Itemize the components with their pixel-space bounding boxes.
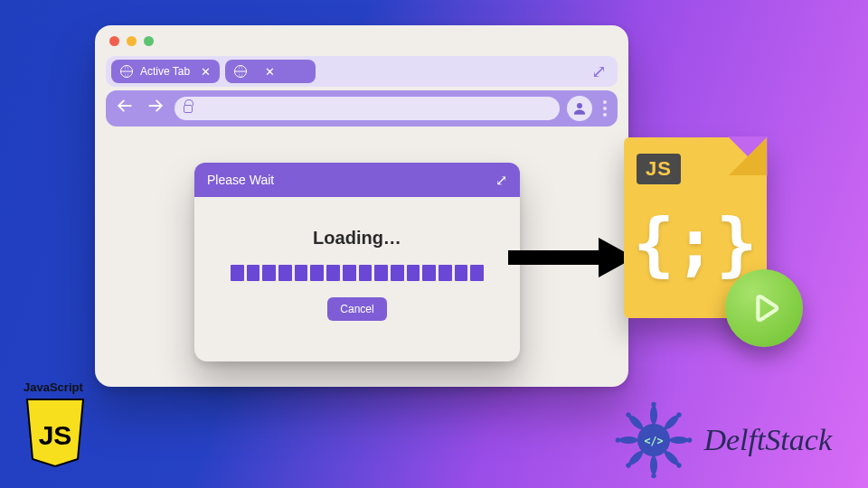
- progress-segment: [359, 265, 373, 281]
- mandala-icon: </>: [613, 399, 694, 481]
- js-shield-text: JS: [39, 420, 72, 450]
- progress-segment: [343, 265, 356, 281]
- address-bar[interactable]: [175, 97, 560, 120]
- progress-bar: [231, 265, 484, 281]
- loading-text: Loading…: [194, 228, 520, 249]
- progress-segment: [374, 265, 388, 281]
- file-type-badge: JS: [637, 154, 681, 184]
- progress-segment: [326, 265, 340, 281]
- dialog-title: Please Wait: [207, 173, 274, 187]
- close-tab-icon[interactable]: ✕: [201, 66, 211, 78]
- expand-icon[interactable]: ⤢: [591, 61, 612, 82]
- globe-icon: [120, 65, 133, 78]
- progress-segment: [407, 265, 420, 281]
- brand-name: DelftStack: [703, 423, 832, 457]
- dialog-header: Please Wait ⤢: [194, 163, 520, 197]
- file-page-fold: [729, 137, 767, 175]
- progress-segment: [295, 265, 308, 281]
- maximize-window-dot[interactable]: [144, 36, 154, 46]
- svg-point-0: [577, 103, 582, 108]
- delftstack-logo: </> DelftStack: [613, 399, 832, 481]
- progress-segment: [278, 265, 292, 281]
- cancel-button[interactable]: Cancel: [327, 297, 386, 321]
- loading-dialog: Please Wait ⤢ Loading… Cancel: [194, 163, 520, 361]
- code-braces-icon: {;}: [624, 210, 767, 278]
- progress-segment: [247, 265, 260, 281]
- profile-avatar-button[interactable]: [567, 96, 592, 121]
- expand-dialog-icon[interactable]: ⤢: [495, 172, 507, 189]
- svg-point-3: [652, 402, 656, 407]
- forward-button[interactable]: [144, 96, 167, 121]
- progress-segment: [455, 265, 468, 281]
- svg-rect-1: [508, 250, 602, 265]
- play-button[interactable]: [725, 269, 803, 347]
- progress-segment: [422, 265, 436, 281]
- back-button[interactable]: [113, 96, 137, 121]
- tab-label: Active Tab: [140, 65, 190, 78]
- progress-segment: [470, 265, 484, 281]
- menu-kebab-icon[interactable]: [603, 100, 607, 117]
- minimize-window-dot[interactable]: [127, 36, 137, 46]
- tab-active[interactable]: Active Tab ✕: [111, 60, 220, 83]
- svg-text:</>: </>: [645, 435, 664, 447]
- progress-segment: [439, 265, 452, 281]
- progress-segment: [310, 265, 324, 281]
- lock-icon: [184, 105, 193, 113]
- progress-segment: [231, 265, 244, 281]
- progress-segment: [391, 265, 404, 281]
- close-window-dot[interactable]: [109, 36, 119, 46]
- close-tab-icon[interactable]: ✕: [265, 66, 275, 78]
- arrow-icon: [508, 238, 635, 277]
- javascript-badge-label: JavaScript: [24, 380, 101, 394]
- javascript-badge: JavaScript JS: [24, 380, 101, 472]
- toolbar: [106, 90, 618, 127]
- progress-segment: [262, 265, 276, 281]
- window-traffic-lights: [109, 36, 154, 46]
- js-shield-icon: JS: [24, 398, 87, 468]
- globe-icon: [234, 65, 247, 78]
- tab-strip: Active Tab ✕ ✕ ⤢: [106, 56, 618, 87]
- tab-blank[interactable]: ✕: [225, 60, 316, 83]
